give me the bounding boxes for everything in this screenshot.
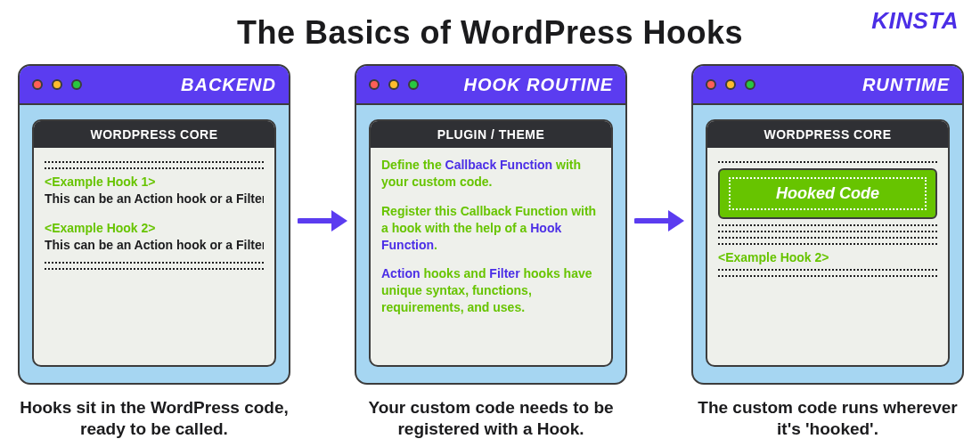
dotted-line [45,268,264,270]
dotted-line [45,262,264,264]
titlebar-label: BACKEND [181,75,276,95]
dotted-line [718,269,937,271]
example-hook-2-label: <Example Hook 2> [718,250,937,264]
window-dot-red-icon [706,79,716,90]
example-hook-1-label: <Example Hook 1> [45,175,264,189]
hook2-description: This can be an Action hook or a Filter h… [45,237,264,253]
window-dot-red-icon [32,79,43,90]
window-dot-yellow-icon [388,79,399,90]
dotted-line [718,237,937,239]
window-dot-green-icon [745,79,755,90]
window-dot-green-icon [71,79,82,90]
dotted-line [718,161,937,163]
window-runtime: RUNTIME WORDPRESS CORE Hooked Code <Exa [691,64,964,385]
arrow-right-icon [298,207,347,235]
titlebar-runtime: RUNTIME [693,66,962,105]
dotted-line [45,167,264,169]
action-filter-text: Action hooks and Filter hooks have uniqu… [381,265,600,316]
hook1-description: This can be an Action hook or a Filter h… [45,191,264,207]
titlebar-backend: BACKEND [20,66,289,105]
window-dot-red-icon [369,79,380,90]
panel-wordpress-core: WORDPRESS CORE <Example Hook 1> This can… [32,119,276,367]
dotted-line [718,224,937,226]
panel-plugin-theme: PLUGIN / THEME Define the Callback Funct… [369,119,613,367]
dotted-line [45,161,264,163]
page-title: The Basics of WordPress Hooks [18,14,962,52]
window-backend: BACKEND WORDPRESS CORE <Example Hook 1> … [18,64,290,385]
brand-logo: KINSTA [871,7,959,35]
panel-wordpress-core-runtime: WORDPRESS CORE Hooked Code <Example Hook… [706,119,950,367]
titlebar-hook-routine: HOOK ROUTINE [356,66,625,105]
example-hook-2-label: <Example Hook 2> [45,221,264,235]
arrow-right-icon [634,207,684,235]
caption-hook-routine: Your custom code needs to be registered … [355,397,627,440]
register-callback-text: Register this Callback Function with a h… [381,203,600,254]
diagram-row: BACKEND WORDPRESS CORE <Example Hook 1> … [18,64,962,440]
dotted-line [718,243,937,245]
svg-marker-3 [668,210,684,232]
dotted-line [718,275,937,277]
panel-title: PLUGIN / THEME [371,121,611,148]
window-hook-routine: HOOK ROUTINE PLUGIN / THEME Define the C… [355,64,627,385]
panel-title: WORDPRESS CORE [707,121,948,148]
titlebar-label: HOOK ROUTINE [463,75,613,95]
hooked-code-ticket: Hooked Code [718,168,937,219]
titlebar-label: RUNTIME [862,75,950,95]
svg-marker-1 [331,210,347,232]
define-callback-text: Define the Callback Function with your c… [381,157,600,191]
window-dot-yellow-icon [52,79,62,90]
panel-title: WORDPRESS CORE [34,121,274,148]
caption-runtime: The custom code runs wherever it's 'hook… [691,397,964,440]
hooked-code-label: Hooked Code [729,177,927,210]
dotted-line [718,231,937,232]
window-dot-yellow-icon [725,79,736,90]
caption-backend: Hooks sit in the WordPress code, ready t… [18,397,290,440]
window-dot-green-icon [408,79,419,90]
